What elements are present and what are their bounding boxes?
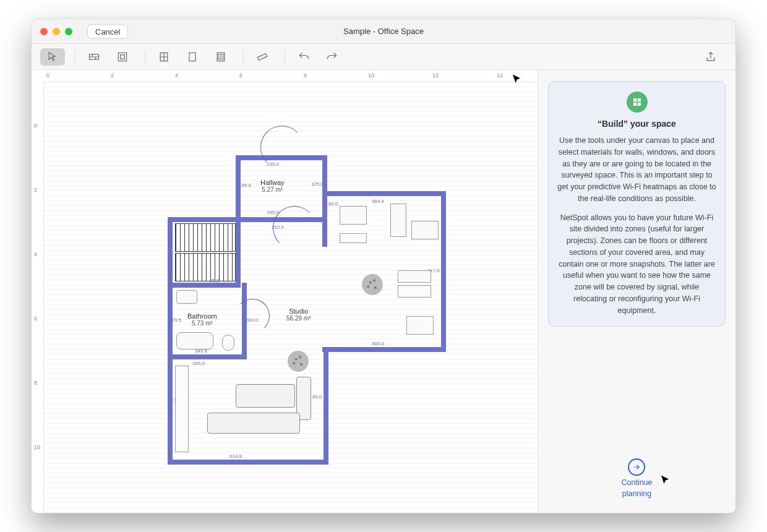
share-icon (705, 51, 717, 63)
dimension-label: 265.0 (192, 361, 205, 366)
svg-rect-7 (637, 98, 640, 101)
dimension-label: 260.0 (246, 317, 258, 323)
dimension-label: 400.0 (372, 341, 384, 346)
tip-card: “Build” your space Use the tools under y… (548, 81, 726, 327)
plant[interactable] (288, 351, 309, 372)
dimension-label: 384.8 (372, 199, 384, 204)
svg-rect-8 (633, 103, 636, 106)
room-label-hallway: Hallway 5.27 m² (260, 179, 285, 193)
stairs-icon (215, 51, 227, 63)
redo-icon (326, 51, 338, 63)
door-arc[interactable] (260, 126, 304, 169)
sidebar: “Build” your space Use the tools under y… (538, 70, 735, 513)
window-title: Sample - Office Space (343, 27, 424, 36)
svg-rect-2 (121, 54, 125, 59)
floorplan[interactable]: 285.0 125.0 185.0 285.0 Hallway 5.27 m² … (168, 144, 452, 466)
dimension-label: 349.8 (195, 348, 207, 354)
window-tool[interactable] (152, 48, 176, 66)
tip-paragraph: Use the tools under your canvas to place… (557, 135, 716, 205)
titlebar: Cancel Sample - Office Space (32, 19, 735, 44)
plant[interactable] (362, 274, 383, 295)
tip-icon (627, 92, 648, 113)
desk[interactable] (398, 270, 431, 283)
share-button[interactable] (698, 48, 723, 66)
ruler-horizontal: 0 2 4 6 8 10 12 14 (44, 70, 538, 82)
desk[interactable] (398, 285, 431, 298)
wall-tool[interactable] (82, 48, 106, 66)
room-tool[interactable] (110, 48, 135, 66)
minimize-window-button[interactable] (53, 28, 60, 35)
separator (75, 50, 75, 64)
stairs[interactable] (175, 253, 236, 281)
coffee-table[interactable] (236, 384, 295, 408)
tip-paragraph: NetSpot allows you to have your future W… (557, 212, 716, 317)
dimension-label: 125.0 (311, 181, 324, 187)
kitchenette[interactable] (175, 366, 189, 452)
wall[interactable] (322, 347, 446, 352)
toilet[interactable] (222, 335, 234, 351)
door-arc[interactable] (236, 299, 270, 333)
wall[interactable] (168, 354, 247, 359)
svg-rect-9 (637, 103, 640, 106)
svg-rect-1 (118, 53, 126, 61)
tip-title: “Build” your space (557, 119, 716, 129)
ruler-tick: 8 (34, 380, 37, 386)
ruler-tick: 0 (34, 122, 37, 129)
wall[interactable] (168, 217, 241, 222)
wall[interactable] (236, 217, 241, 288)
undo-button[interactable] (291, 48, 316, 66)
ruler-tick: 2 (34, 187, 37, 193)
wall[interactable] (322, 191, 446, 196)
desk[interactable] (406, 316, 434, 335)
redo-button[interactable] (320, 48, 345, 66)
room-label-bathroom: Bathroom 5.73 m² (187, 312, 217, 327)
measure-tool[interactable] (250, 48, 275, 66)
desk[interactable] (390, 204, 406, 237)
dimension-label: 60.0 (328, 201, 338, 207)
floorplan-canvas[interactable]: 285.0 125.0 185.0 285.0 Hallway 5.27 m² … (44, 82, 538, 513)
tip-body: Use the tools under your canvas to place… (557, 135, 716, 316)
ruler-tick: 6 (34, 315, 37, 322)
continue-label-line1: Continue (621, 478, 652, 487)
zoom-window-button[interactable] (65, 28, 72, 35)
wall[interactable] (168, 283, 241, 288)
continue-planning-button[interactable]: Continue planning (621, 458, 652, 502)
wall-icon (88, 51, 100, 63)
door-icon (186, 51, 199, 63)
sofa[interactable] (207, 413, 300, 434)
separator (145, 50, 145, 64)
svg-rect-5 (257, 53, 267, 60)
ruler-tick: 10 (368, 72, 374, 79)
wall[interactable] (168, 217, 173, 465)
ruler-tick: 14 (497, 72, 503, 79)
canvas-area: 0 2 4 6 8 10 12 14 0 2 4 6 8 10 (32, 70, 538, 513)
door-tool[interactable] (180, 48, 205, 66)
wall[interactable] (322, 155, 327, 247)
dimension-label: 185.0 (239, 182, 251, 188)
ruler-tick: 2 (111, 72, 114, 79)
sink[interactable] (176, 290, 197, 304)
desk[interactable] (340, 233, 367, 243)
ruler-icon (256, 51, 268, 63)
desk[interactable] (411, 221, 439, 239)
build-icon (632, 97, 643, 108)
ruler-tick: 0 (46, 72, 49, 79)
separator (243, 50, 244, 64)
select-tool[interactable] (40, 48, 65, 66)
wall[interactable] (324, 347, 328, 465)
desk[interactable] (340, 206, 367, 225)
stairs[interactable] (175, 223, 236, 252)
cancel-button[interactable]: Cancel (87, 24, 128, 38)
wall[interactable] (441, 191, 446, 352)
ruler-tick: 4 (175, 72, 178, 79)
stairs-tool[interactable] (208, 48, 233, 66)
wall[interactable] (168, 460, 328, 465)
close-window-button[interactable] (40, 28, 48, 35)
arrow-right-circle-icon (628, 458, 645, 476)
dimension-label: 292.6 (272, 225, 284, 230)
room-icon (116, 51, 129, 63)
window-controls (40, 28, 72, 35)
window-icon (158, 51, 170, 63)
wall[interactable] (236, 155, 241, 221)
bathtub[interactable] (176, 332, 213, 350)
